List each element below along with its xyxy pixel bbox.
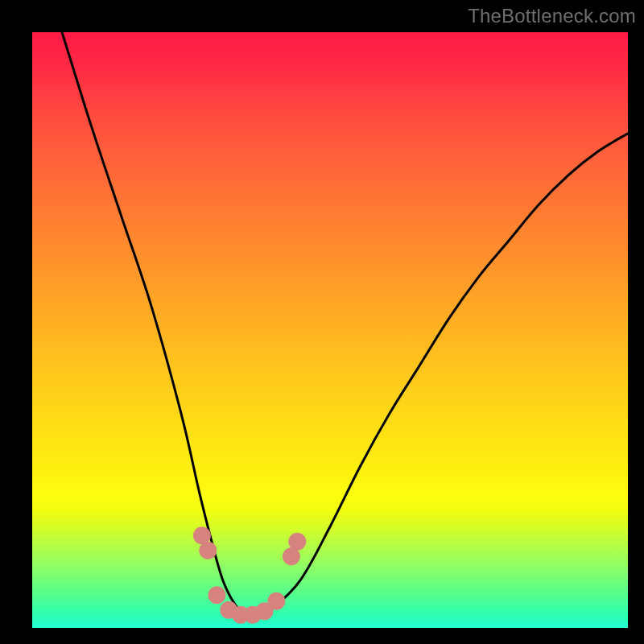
- performance-curve: [62, 32, 628, 617]
- plot-area: [32, 32, 628, 628]
- marker-dot: [288, 533, 306, 551]
- curve-layer: [32, 32, 628, 628]
- bottom-markers: [193, 526, 306, 623]
- marker-dot: [199, 542, 217, 559]
- marker-dot: [208, 586, 225, 604]
- chart-stage: TheBottleneck.com: [0, 0, 644, 644]
- marker-dot: [267, 592, 285, 610]
- watermark-text: TheBottleneck.com: [468, 5, 636, 27]
